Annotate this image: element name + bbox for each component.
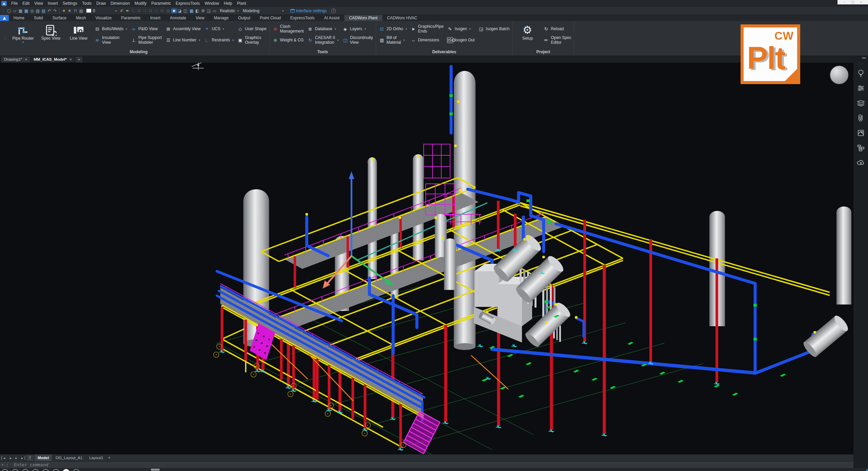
- resize-grip-icon[interactable]: [865, 469, 868, 471]
- reload-button[interactable]: ↻Reload: [543, 24, 571, 34]
- document-tab-drawing1[interactable]: Drawing1*✕: [1, 57, 30, 62]
- shade-icon[interactable]: ◧: [195, 8, 200, 13]
- cloud-upload-icon[interactable]: [853, 155, 868, 170]
- tab-annotate[interactable]: Annotate: [165, 15, 191, 21]
- print-preview-icon[interactable]: ◎: [29, 8, 35, 13]
- dimensions-button[interactable]: ↔Dimensions: [410, 35, 443, 45]
- workspace-chevron-icon[interactable]: ▾: [282, 9, 284, 13]
- attachments-paperclip-icon[interactable]: [853, 111, 868, 125]
- chevron-down-icon[interactable]: ▾: [365, 27, 366, 31]
- layer-lock-icon[interactable]: ⊓: [73, 8, 78, 13]
- shaded-cube-icon[interactable]: ■: [171, 8, 177, 13]
- scrollbar-thumb[interactable]: [862, 57, 866, 59]
- menu-item-window[interactable]: Window: [202, 1, 222, 6]
- menu-item-insert[interactable]: Insert: [45, 1, 60, 6]
- new-file-icon[interactable]: ▢: [6, 8, 12, 13]
- open-spec-editor-button[interactable]: ✏Open Spec Editor: [543, 35, 571, 45]
- caesar-ii-integration-button[interactable]: ↻CAESAR II Integration▾: [307, 35, 339, 45]
- layout-tab-layout1[interactable]: Layout1: [86, 454, 106, 461]
- last-layout-button[interactable]: ▸: [20, 456, 25, 460]
- model-canvas[interactable]: [0, 63, 853, 454]
- layer-plot-icon[interactable]: ▤: [78, 8, 84, 13]
- line-number-button[interactable]: ☰Line Number▾: [165, 35, 201, 45]
- status-toggle-3[interactable]: [22, 469, 29, 471]
- menu-item-tools[interactable]: Tools: [80, 1, 94, 6]
- plot-icon[interactable]: ▤: [41, 8, 46, 13]
- navigation-sphere[interactable]: [830, 66, 848, 84]
- menu-item-file[interactable]: File: [9, 1, 20, 6]
- first-layout-button[interactable]: ◂: [1, 456, 7, 460]
- tab-ai-assist[interactable]: AI Assist: [319, 15, 344, 21]
- chevron-down-icon[interactable]: ▾: [126, 27, 127, 31]
- tab-view[interactable]: View: [191, 15, 209, 21]
- 2d-ortho-button[interactable]: ⊡2D Ortho▾: [379, 24, 407, 34]
- pipe-support-modeler-button[interactable]: ⊥Pipe Support Modeler: [130, 35, 162, 45]
- status-toggle-5[interactable]: [42, 469, 49, 471]
- close-tab-icon[interactable]: ✕: [25, 58, 27, 61]
- bill-of-material-button[interactable]: ▥Bill of Material▾: [379, 35, 407, 45]
- visual-style-chevron-icon[interactable]: ▾: [237, 9, 239, 13]
- tab-manage[interactable]: Manage: [209, 15, 233, 21]
- snap-icon-1[interactable]: ∷: [130, 8, 136, 13]
- menu-item-draw[interactable]: Draw: [94, 1, 108, 6]
- status-toggle-8[interactable]: [73, 469, 80, 471]
- properties-sliders-icon[interactable]: [853, 81, 868, 96]
- status-slider[interactable]: [151, 469, 160, 471]
- status-toggle-4[interactable]: [32, 469, 39, 471]
- tab-cadworx-hvac[interactable]: CADWorx HVAC: [382, 15, 422, 21]
- chevron-down-icon[interactable]: ▾: [335, 27, 336, 31]
- help-button[interactable]: ?: [331, 8, 336, 13]
- chevron-down-icon[interactable]: ▾: [403, 39, 405, 42]
- main-deck-structure[interactable]: [237, 144, 623, 434]
- graphics-pipe-ends-button[interactable]: ➤Graphics/Pipe Ends: [410, 24, 443, 34]
- restraints-button[interactable]: ∟Restraints▾: [204, 35, 234, 45]
- bolts-welds-button[interactable]: ⊟Bolts/Welds▾: [94, 24, 127, 34]
- save-as-icon[interactable]: ▦: [23, 8, 29, 13]
- chevron-down-icon[interactable]: ▾: [22, 41, 24, 44]
- menu-item-modify[interactable]: Modify: [132, 1, 149, 6]
- menu-item-dimension[interactable]: Dimension: [108, 1, 132, 6]
- snap-icon-5[interactable]: ∷: [154, 8, 159, 13]
- print-icon[interactable]: ▤: [35, 8, 41, 13]
- add-layout-button[interactable]: +: [107, 455, 112, 460]
- chevron-down-icon[interactable]: ▾: [233, 39, 234, 42]
- discontinuity-view-button[interactable]: ◫Discontinuity View: [342, 35, 373, 45]
- snap-icon-6[interactable]: ∷: [159, 8, 165, 13]
- tab-mesh[interactable]: Mesh: [71, 15, 90, 21]
- close-button[interactable]: ×: [860, 1, 862, 4]
- prev-layout-button[interactable]: ◂: [7, 456, 13, 460]
- weight-cg-button[interactable]: ⊕Weight & CG: [272, 35, 304, 45]
- table-icon[interactable]: ▦: [189, 8, 195, 13]
- brush-icon[interactable]: ✐: [119, 8, 125, 13]
- tab-surface[interactable]: Surface: [48, 15, 71, 21]
- layer-on-icon[interactable]: ✶: [61, 8, 67, 13]
- xray-cube-icon[interactable]: ◫: [183, 8, 188, 13]
- document-tab-mm-icas-model[interactable]: MM_ICAS_Model*✕: [31, 57, 75, 62]
- menu-item-plant[interactable]: Plant: [235, 1, 248, 6]
- layers-panel-icon[interactable]: [853, 96, 868, 111]
- tab-home[interactable]: Home: [9, 15, 29, 21]
- p-id-view-button[interactable]: ∞P&ID View: [130, 24, 162, 34]
- layout-tab-og-layout-a1[interactable]: OG_Layout_A1: [53, 454, 85, 461]
- insulation-view-button[interactable]: ≋Insulation View: [94, 35, 127, 45]
- assembly-view-button[interactable]: ⊞Assembly View: [165, 24, 201, 34]
- render-materials-icon[interactable]: [853, 125, 868, 140]
- save-icon[interactable]: ▦: [18, 8, 23, 13]
- panel-drag-handle[interactable]: ····: [853, 62, 868, 66]
- status-toggle-7[interactable]: [63, 469, 69, 471]
- line-view-button[interactable]: Line View: [66, 22, 91, 49]
- command-input[interactable]: Enter command: [14, 462, 48, 467]
- status-toggle-6[interactable]: [53, 469, 59, 471]
- menu-item-expresstools[interactable]: ExpressTools: [173, 1, 202, 6]
- tab-visualize[interactable]: Visualize: [90, 15, 116, 21]
- snap-icon-4[interactable]: ∷: [148, 8, 154, 13]
- menu-item-parametric[interactable]: Parametric: [149, 1, 173, 6]
- chevron-down-icon[interactable]: ▾: [469, 27, 471, 31]
- spec-view-button[interactable]: Spec View: [39, 22, 63, 49]
- clash-management-button[interactable]: ⊘Clash Management: [272, 24, 304, 34]
- redo-icon[interactable]: ↷: [52, 8, 58, 13]
- layer-freeze-icon[interactable]: ❄: [67, 8, 73, 13]
- wireframe-cube-icon[interactable]: □: [165, 8, 171, 13]
- minimize-button[interactable]: –: [844, 1, 845, 4]
- menu-item-help[interactable]: Help: [221, 1, 235, 6]
